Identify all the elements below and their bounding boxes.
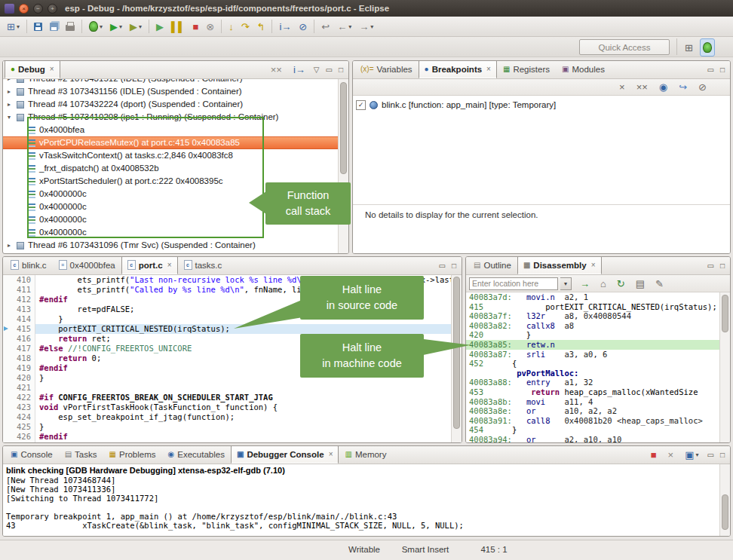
disassembly-line[interactable]: 40083a8b: movi a11, 4 <box>466 397 720 407</box>
close-tab-icon[interactable]: × <box>591 261 596 269</box>
remove-all-terminated-icon[interactable]: ×× <box>268 61 285 79</box>
tab-breakpoints[interactable]: ●Breakpoints× <box>419 60 497 78</box>
code-line[interactable]: } <box>35 422 451 432</box>
code-line[interactable]: #endif <box>35 363 451 373</box>
disassembly-line[interactable]: 415 portEXIT_CRITICAL_NESTED(irqStatus); <box>466 302 720 312</box>
remove-launch-icon[interactable]: × <box>665 446 677 464</box>
tab-debugger-console[interactable]: ▣Debugger Console× <box>231 445 339 464</box>
code-line[interactable]: ets_printf("Called by %s line %d\n", fnN… <box>35 285 451 295</box>
skip-all-breakpoints-icon[interactable]: ⊘ <box>296 17 310 35</box>
show-breakpoints-for-target-icon[interactable]: ◉ <box>656 78 670 96</box>
code-line[interactable] <box>35 383 451 393</box>
maximize-icon[interactable]: □ <box>337 66 345 74</box>
twisty-icon[interactable]: ▸ <box>8 79 16 85</box>
code-line[interactable]: } <box>35 314 451 324</box>
stack-frame-row[interactable]: vPortCPUReleaseMutex() at port.c:415 0x4… <box>3 136 339 149</box>
minimize-button[interactable]: − <box>33 4 43 14</box>
code-area[interactable]: ets_printf("Last non-recursive lock %s l… <box>35 275 451 442</box>
disassembly-line[interactable]: 40083a8e: or a10, a2, a2 <box>466 406 720 416</box>
smart-insert-status[interactable]: Smart Insert <box>389 545 462 554</box>
editor-body[interactable]: 4104114124134144154164174184194204214224… <box>3 275 462 442</box>
dropdown-arrow-icon[interactable]: ▾ <box>695 451 698 458</box>
locate-pc-icon[interactable]: → <box>577 274 593 292</box>
debug-thread-row[interactable]: ▸Thread #3 1073431156 (IDLE) (Suspended … <box>3 85 339 98</box>
minimize-icon[interactable]: ▭ <box>324 66 334 74</box>
minimize-icon[interactable]: ▭ <box>706 66 716 74</box>
twisty-icon[interactable]: ▸ <box>8 98 16 111</box>
terminate-console-icon[interactable]: ■ <box>648 446 660 464</box>
dropdown-arrow-icon[interactable]: ▾ <box>17 23 20 30</box>
disassembly-line[interactable]: 40083a7f: l32r a8, 0x40080544 <box>466 311 720 321</box>
title-bar[interactable]: × − + esp - Debug - /home/krzysztof/esp/… <box>0 0 733 17</box>
tab-disassembly[interactable]: ▦Disassembly× <box>517 256 602 274</box>
tab-port-c[interactable]: cport.c× <box>121 256 178 274</box>
twisty-icon[interactable]: ▾ <box>8 111 16 124</box>
stack-frame-row[interactable]: 0x4000000c <box>3 200 339 213</box>
code-line[interactable]: #endif <box>35 432 451 442</box>
code-line[interactable]: ets_printf("Last non-recursive lock %s l… <box>35 275 451 285</box>
disassembly-line[interactable]: 40083a88: entry a1, 32 <box>466 378 720 387</box>
tab-executables[interactable]: ◉Executables <box>162 445 231 464</box>
maximize-icon[interactable]: □ <box>719 451 726 459</box>
code-line[interactable]: #else //!CONFIG_FREERTOS_UNICORE <box>35 344 451 353</box>
external-tools-icon[interactable]: ▶▾ <box>127 17 145 35</box>
instruction-stepping-mode-icon[interactable]: i→ <box>290 61 308 79</box>
run-icon[interactable]: ▶▾ <box>107 17 125 35</box>
display-selected-console-icon[interactable]: ▣▾ <box>682 446 701 464</box>
disassembly-scrollbar[interactable] <box>719 292 730 442</box>
minimize-icon[interactable]: ▭ <box>706 262 716 270</box>
code-line[interactable]: ret=pdFALSE; <box>35 304 451 314</box>
debug-thread-row[interactable]: ▾Thread #5 1073410208 (ipc1 : Running) (… <box>3 111 339 124</box>
stack-frame-row[interactable]: 0x4000000c <box>3 226 339 239</box>
forward-icon[interactable]: →▾ <box>356 17 376 35</box>
console-scrollbar[interactable] <box>719 464 730 536</box>
code-line[interactable]: } <box>35 373 451 383</box>
tab-memory[interactable]: ▥Memory <box>339 445 392 464</box>
debug-thread-row[interactable]: ▸Thread #2 1073431512 (IDLE) (Suspended … <box>3 79 339 85</box>
stack-frame-row[interactable]: 0x4000000c <box>3 188 339 200</box>
stack-frame-row[interactable]: _frxt_dispatch() at 0x4008532b <box>3 162 339 175</box>
twisty-icon[interactable]: ▸ <box>8 239 16 252</box>
dropdown-arrow-icon[interactable]: ▾ <box>348 23 351 30</box>
detail-pane-divider[interactable] <box>353 204 730 205</box>
close-tab-icon[interactable]: × <box>329 450 333 458</box>
dropdown-arrow-icon[interactable]: ▾ <box>119 23 122 30</box>
home-icon[interactable]: ⌂ <box>597 274 609 292</box>
tab-outline[interactable]: ▤Outline <box>468 256 517 274</box>
disassembly-line[interactable]: pvPortMalloc: <box>466 369 720 378</box>
track-expression-icon[interactable]: ✎ <box>652 274 667 292</box>
tab-blink-c[interactable]: cblink.c <box>5 256 53 274</box>
twisty-icon[interactable]: ▸ <box>8 85 16 98</box>
disassembly-line[interactable]: 454 } <box>466 425 720 435</box>
step-over-icon[interactable]: ↷ <box>238 17 253 35</box>
disassembly-line[interactable]: 420 } <box>466 330 720 340</box>
last-edit-location-icon[interactable]: ↩ <box>318 17 333 35</box>
dropdown-arrow-icon[interactable]: ▾ <box>370 23 373 30</box>
close-tab-icon[interactable]: × <box>50 65 54 73</box>
location-input[interactable]: Enter location here <box>469 277 558 290</box>
tab-modules[interactable]: ▣Modules <box>556 60 611 78</box>
maximize-icon[interactable]: □ <box>719 262 726 270</box>
refresh-icon[interactable]: ↻ <box>614 274 628 292</box>
minimize-icon[interactable]: ▭ <box>706 451 716 459</box>
save-icon[interactable] <box>31 17 45 35</box>
code-line[interactable]: void vPortFirstTaskHook(TaskFunction_t f… <box>35 402 451 412</box>
save-all-icon[interactable] <box>47 17 61 35</box>
maximize-icon[interactable]: □ <box>450 262 458 270</box>
disassembly-line[interactable]: 40083a82: callx8 a8 <box>466 321 720 331</box>
tab-debug[interactable]: ●Debug× <box>5 60 60 78</box>
tab-0x4000bfea[interactable]: ≡0x4000bfea <box>53 256 121 274</box>
code-line[interactable]: #if CONFIG_FREERTOS_BREAK_ON_SCHEDULER_S… <box>35 393 451 402</box>
terminate-icon[interactable]: ■ <box>189 17 201 35</box>
breakpoint-item[interactable]: ✓ blink.c [function: app_main] [type: Te… <box>353 96 730 114</box>
stack-frame-row[interactable]: xPortStartScheduler() at port.c:222 0x40… <box>3 175 339 188</box>
close-tab-icon[interactable]: × <box>167 261 172 269</box>
disassembly-line[interactable]: 40083a94: or a2, a10, a10 <box>466 435 720 442</box>
debug-thread-row[interactable]: ▸Thread #6 1073431096 (Tmr Svc) (Suspend… <box>3 239 339 252</box>
stack-frame-row[interactable]: vTaskSwitchContext() at tasks.c:2,846 0x… <box>3 149 339 162</box>
location-dropdown-icon[interactable]: ▾ <box>560 277 572 290</box>
scrollbar-thumb[interactable] <box>340 82 347 174</box>
disassembly-line[interactable]: 40083a87: srli a3, a0, 6 <box>466 350 720 360</box>
tab-problems[interactable]: ▦Problems <box>103 445 162 464</box>
console-output[interactable]: blink checking [GDB Hardware Debugging] … <box>3 464 720 536</box>
